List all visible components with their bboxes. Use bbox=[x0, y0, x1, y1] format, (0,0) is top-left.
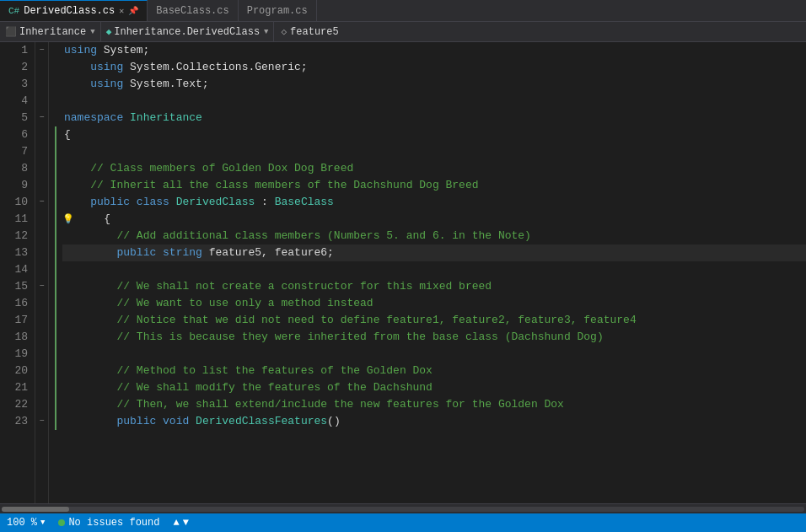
line-content: using System; bbox=[62, 42, 806, 59]
line-number: 12 bbox=[7, 228, 28, 245]
line-content: using System.Collections.Generic; bbox=[62, 59, 806, 76]
line-content: // Method to list the features of the Go… bbox=[62, 363, 806, 379]
code-line: // Notice that we did not need to define… bbox=[62, 312, 806, 329]
zoom-label: 100 % bbox=[7, 517, 37, 529]
tab-program[interactable]: Program.cs bbox=[239, 0, 317, 21]
tab-derivedclass[interactable]: C# DerivedClass.cs ✕ 📌 bbox=[0, 0, 148, 21]
scope-line bbox=[55, 396, 62, 413]
line-content: public class DerivedClass : BaseClass bbox=[62, 194, 806, 211]
nav-down-icon[interactable]: ▼ bbox=[183, 517, 189, 529]
scope-line bbox=[49, 76, 62, 93]
code-line: public void DerivedClassFeatures() bbox=[62, 413, 806, 430]
collapse-gutter: −−−−− bbox=[35, 42, 49, 503]
status-bar: 100 % ▼ No issues found ▲ ▼ bbox=[0, 513, 806, 532]
scope-line bbox=[55, 177, 62, 194]
line-content: // We shall not create a constructor for… bbox=[62, 278, 806, 295]
code-line: using System.Collections.Generic; bbox=[62, 59, 806, 76]
code-line: // Add additional class members (Numbers… bbox=[62, 228, 806, 245]
line-content: { bbox=[62, 126, 806, 143]
collapse-toggle[interactable]: − bbox=[35, 194, 48, 211]
line-number: 21 bbox=[7, 379, 28, 396]
collapse-toggle[interactable]: − bbox=[35, 42, 48, 59]
scroll-track[interactable] bbox=[2, 507, 804, 512]
code-area[interactable]: using System; using System.Collections.G… bbox=[62, 42, 806, 503]
class-label: Inheritance.DerivedClass bbox=[114, 26, 260, 38]
line-number: 1 bbox=[7, 42, 28, 59]
tab-pin-icon[interactable]: 📌 bbox=[128, 6, 138, 16]
scope-line bbox=[55, 245, 62, 261]
line-content: // This is because they were inherited f… bbox=[62, 329, 806, 346]
code-line: // Inherit all the class members of the … bbox=[62, 177, 806, 194]
namespace-icon: ⬛ bbox=[5, 26, 17, 37]
line-number: 11 bbox=[7, 211, 28, 228]
code-line: // We shall modify the features of the D… bbox=[62, 379, 806, 396]
collapse-toggle bbox=[35, 363, 48, 379]
tab-bar: C# DerivedClass.cs ✕ 📌 BaseClass.cs Prog… bbox=[0, 0, 806, 22]
code-line: { bbox=[62, 126, 806, 143]
tab-icon: C# bbox=[8, 6, 19, 16]
line-content bbox=[62, 261, 806, 278]
line-number: 8 bbox=[7, 160, 28, 177]
code-line: using System.Text; bbox=[62, 76, 806, 93]
zoom-indicator[interactable]: 100 % ▼ bbox=[7, 517, 45, 529]
feature-icon: ◇ bbox=[281, 26, 287, 37]
collapse-toggle bbox=[35, 76, 48, 93]
line-number: 17 bbox=[7, 312, 28, 329]
code-line: // This is because they were inherited f… bbox=[62, 329, 806, 346]
scope-line bbox=[49, 42, 62, 59]
collapse-toggle[interactable]: − bbox=[35, 278, 48, 295]
line-content: // We want to use only a method instead bbox=[62, 295, 806, 312]
class-dropdown[interactable]: ◆ Inheritance.DerivedClass ▼ bbox=[101, 22, 275, 41]
code-line: // Method to list the features of the Go… bbox=[62, 363, 806, 379]
scope-line bbox=[55, 329, 62, 346]
line-content: using System.Text; bbox=[62, 76, 806, 93]
editor: 1234567891011121314151617181920212223 −−… bbox=[0, 42, 806, 503]
collapse-toggle bbox=[35, 245, 48, 261]
line-content: // Inherit all the class members of the … bbox=[62, 177, 806, 194]
line-number: 15 bbox=[7, 278, 28, 295]
issues-label: No issues found bbox=[68, 517, 159, 529]
nav-controls[interactable]: ▲ ▼ bbox=[173, 517, 188, 529]
line-content: // Class members of Golden Dox Dog Breed bbox=[62, 160, 806, 177]
tab-close[interactable]: ✕ bbox=[119, 6, 124, 16]
line-numbers: 1234567891011121314151617181920212223 bbox=[0, 42, 35, 503]
collapse-toggle[interactable]: − bbox=[35, 413, 48, 430]
scope-line bbox=[55, 228, 62, 245]
line-content: // Notice that we did not need to define… bbox=[62, 312, 806, 329]
code-line: public string feature5, feature6; bbox=[62, 245, 806, 261]
scope-line bbox=[55, 312, 62, 329]
scope-line bbox=[55, 295, 62, 312]
tab-baseclass[interactable]: BaseClass.cs bbox=[148, 0, 238, 21]
scope-line bbox=[49, 59, 62, 76]
collapse-toggle bbox=[35, 211, 48, 228]
line-number: 3 bbox=[7, 76, 28, 93]
collapse-toggle[interactable]: − bbox=[35, 110, 48, 126]
line-content bbox=[62, 346, 806, 363]
code-line bbox=[62, 93, 806, 110]
code-line bbox=[62, 261, 806, 278]
collapse-toggle bbox=[35, 329, 48, 346]
code-line: // Class members of Golden Dox Dog Breed bbox=[62, 160, 806, 177]
scope-line bbox=[55, 346, 62, 363]
namespace-label: Inheritance bbox=[19, 26, 86, 38]
scope-line bbox=[55, 160, 62, 177]
scroll-thumb[interactable] bbox=[2, 507, 69, 512]
lightbulb-icon[interactable]: 💡 bbox=[62, 211, 74, 228]
scope-line bbox=[55, 143, 62, 160]
namespace-dropdown[interactable]: ⬛ Inheritance ▼ bbox=[0, 22, 101, 41]
nav-up-icon[interactable]: ▲ bbox=[173, 517, 179, 529]
line-content: // We shall modify the features of the D… bbox=[62, 379, 806, 396]
tab-label: Program.cs bbox=[247, 5, 308, 17]
scope-line bbox=[55, 261, 62, 278]
collapse-toggle bbox=[35, 59, 48, 76]
line-number: 13 bbox=[7, 245, 28, 261]
scope-line bbox=[55, 278, 62, 295]
collapse-toggle bbox=[35, 346, 48, 363]
code-line: public class DerivedClass : BaseClass bbox=[62, 194, 806, 211]
line-number: 23 bbox=[7, 413, 28, 430]
collapse-toggle bbox=[35, 379, 48, 396]
line-content: // Then, we shall extend/include the new… bbox=[62, 396, 806, 413]
collapse-toggle bbox=[35, 312, 48, 329]
line-number: 16 bbox=[7, 295, 28, 312]
horizontal-scrollbar[interactable] bbox=[0, 503, 806, 513]
